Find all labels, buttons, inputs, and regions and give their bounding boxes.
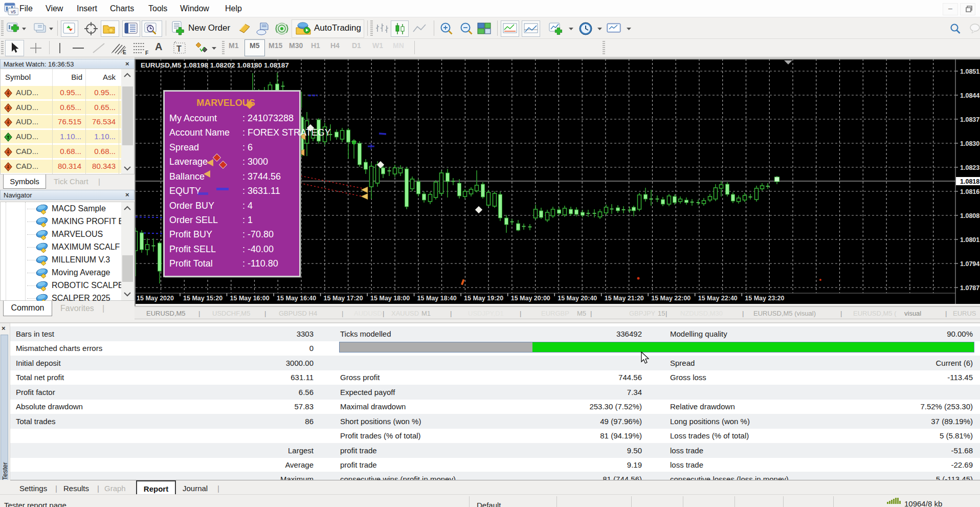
svg-text:1.0851: 1.0851	[960, 68, 979, 75]
svg-text:15 May 18:40: 15 May 18:40	[417, 295, 457, 302]
svg-text:v5: v5	[11, 9, 16, 14]
svg-text:15 May 15:20: 15 May 15:20	[183, 295, 222, 302]
svg-text:15 May 16:00: 15 May 16:00	[230, 295, 270, 302]
svg-text:15 May 22:40: 15 May 22:40	[698, 295, 738, 302]
svg-text:15 May 21:20: 15 May 21:20	[605, 295, 644, 302]
svg-text:EURUSD,M5 1.08198 1.08202 1.0: EURUSD,M5 1.08198 1.08202 1.08180 1.0818…	[141, 61, 289, 69]
svg-text:15 May 18:00: 15 May 18:00	[370, 295, 410, 302]
svg-text:1.0801: 1.0801	[960, 236, 979, 244]
svg-text:15 May 19:20: 15 May 19:20	[464, 295, 503, 302]
svg-text:1.0818: 1.0818	[960, 178, 979, 185]
svg-text:1.0816: 1.0816	[960, 188, 979, 195]
svg-text:1.0837: 1.0837	[960, 116, 979, 123]
svg-text:E: E	[123, 50, 126, 55]
svg-text:15 May 16:40: 15 May 16:40	[277, 295, 316, 302]
svg-text:1.0794: 1.0794	[960, 260, 979, 268]
svg-text:1.0808: 1.0808	[960, 212, 979, 219]
svg-text:15 May 17:20: 15 May 17:20	[324, 295, 363, 302]
svg-text:1.0823: 1.0823	[960, 164, 979, 171]
svg-text:15 May 20:00: 15 May 20:00	[511, 295, 550, 302]
svg-text:1.0787: 1.0787	[960, 284, 979, 292]
svg-text:15 May 20:40: 15 May 20:40	[558, 295, 597, 302]
svg-text:1.0830: 1.0830	[960, 140, 979, 147]
svg-text:15 May 2020: 15 May 2020	[137, 295, 174, 302]
svg-text:T: T	[176, 45, 182, 53]
svg-text:1.0844: 1.0844	[960, 92, 979, 99]
svg-text:15 May 23:20: 15 May 23:20	[745, 295, 784, 302]
svg-text:F: F	[145, 50, 148, 55]
svg-text:15 May 22:00: 15 May 22:00	[651, 295, 691, 302]
